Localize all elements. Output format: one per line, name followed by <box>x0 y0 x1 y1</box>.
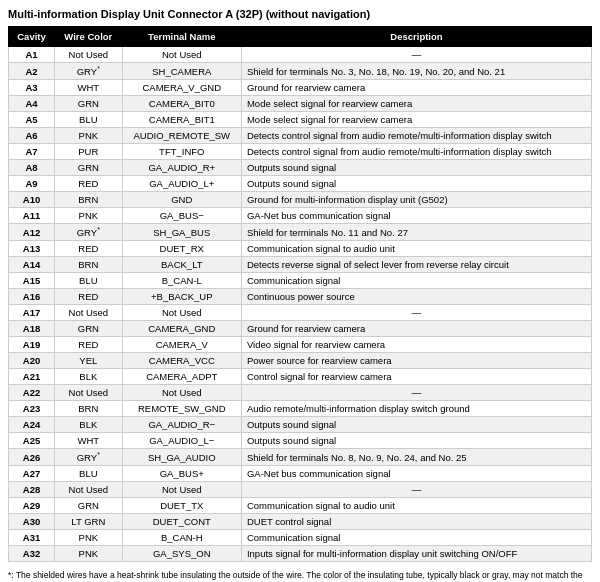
cell-r24-c0: A25 <box>9 433 55 449</box>
cell-r17-c3: Ground for rearview camera <box>241 321 591 337</box>
cell-r14-c3: Communication signal <box>241 273 591 289</box>
cell-r7-c0: A8 <box>9 160 55 176</box>
cell-r21-c2: Not Used <box>122 385 241 401</box>
table-row: A15BLUB_CAN-LCommunication signal <box>9 273 592 289</box>
table-row: A7PURTFT_INFODetects control signal from… <box>9 144 592 160</box>
cell-r22-c3: Audio remote/multi-information display s… <box>241 401 591 417</box>
table-row: A28Not UsedNot Used— <box>9 482 592 498</box>
cell-r29-c2: DUET_CONT <box>122 514 241 530</box>
table-row: A8GRNGA_AUDIO_R+Outputs sound signal <box>9 160 592 176</box>
cell-r15-c3: Continuous power source <box>241 289 591 305</box>
cell-r11-c1: GRY* <box>55 224 123 241</box>
cell-r0-c3: — <box>241 47 591 63</box>
cell-r26-c2: GA_BUS+ <box>122 466 241 482</box>
footnote-text: *: The shielded wires have a heat-shrink… <box>8 570 592 582</box>
cell-r1-c1: GRY* <box>55 63 123 80</box>
cell-r10-c1: PNK <box>55 208 123 224</box>
cell-r23-c2: GA_AUDIO_R− <box>122 417 241 433</box>
cell-r14-c2: B_CAN-L <box>122 273 241 289</box>
cell-r9-c0: A10 <box>9 192 55 208</box>
cell-r13-c0: A14 <box>9 257 55 273</box>
cell-r0-c2: Not Used <box>122 47 241 63</box>
table-row: A31PNKB_CAN-HCommunication signal <box>9 530 592 546</box>
cell-r27-c0: A28 <box>9 482 55 498</box>
cell-r20-c3: Control signal for rearview camera <box>241 369 591 385</box>
cell-r22-c2: REMOTE_SW_GND <box>122 401 241 417</box>
cell-r31-c2: GA_SYS_ON <box>122 546 241 562</box>
cell-r23-c0: A24 <box>9 417 55 433</box>
table-row: A32PNKGA_SYS_ONInputs signal for multi-i… <box>9 546 592 562</box>
cell-r5-c0: A6 <box>9 128 55 144</box>
cell-r8-c0: A9 <box>9 176 55 192</box>
table-row: A9REDGA_AUDIO_L+Outputs sound signal <box>9 176 592 192</box>
cell-r13-c2: BACK_LT <box>122 257 241 273</box>
cell-r2-c1: WHT <box>55 80 123 96</box>
table-row: A12GRY*SH_GA_BUSShield for terminals No.… <box>9 224 592 241</box>
cell-r1-c3: Shield for terminals No. 3, No. 18, No. … <box>241 63 591 80</box>
cell-r26-c0: A27 <box>9 466 55 482</box>
cell-r0-c0: A1 <box>9 47 55 63</box>
page-title: Multi-information Display Unit Connector… <box>8 8 592 20</box>
col-header-wire-color: Wire Color <box>55 27 123 47</box>
table-row: A30LT GRNDUET_CONTDUET control signal <box>9 514 592 530</box>
cell-r29-c3: DUET control signal <box>241 514 591 530</box>
cell-r13-c3: Detects reverse signal of select lever f… <box>241 257 591 273</box>
cell-r19-c0: A20 <box>9 353 55 369</box>
cell-r2-c3: Ground for rearview camera <box>241 80 591 96</box>
table-row: A20YELCAMERA_VCCPower source for rearvie… <box>9 353 592 369</box>
cell-r11-c0: A12 <box>9 224 55 241</box>
cell-r10-c0: A11 <box>9 208 55 224</box>
cell-r4-c0: A5 <box>9 112 55 128</box>
cell-r14-c1: BLU <box>55 273 123 289</box>
cell-r28-c0: A29 <box>9 498 55 514</box>
cell-r23-c1: BLK <box>55 417 123 433</box>
cell-r8-c3: Outputs sound signal <box>241 176 591 192</box>
cell-r4-c1: BLU <box>55 112 123 128</box>
cell-r30-c3: Communication signal <box>241 530 591 546</box>
table-row: A5BLUCAMERA_BIT1Mode select signal for r… <box>9 112 592 128</box>
cell-r8-c2: GA_AUDIO_L+ <box>122 176 241 192</box>
cell-r31-c0: A32 <box>9 546 55 562</box>
cell-r11-c2: SH_GA_BUS <box>122 224 241 241</box>
cell-r22-c1: BRN <box>55 401 123 417</box>
cell-r1-c0: A2 <box>9 63 55 80</box>
table-row: A25WHTGA_AUDIO_L−Outputs sound signal <box>9 433 592 449</box>
cell-r5-c1: PNK <box>55 128 123 144</box>
cell-r25-c1: GRY* <box>55 449 123 466</box>
table-row: A18GRNCAMERA_GNDGround for rearview came… <box>9 321 592 337</box>
cell-r25-c2: SH_GA_AUDIO <box>122 449 241 466</box>
table-row: A29GRNDUET_TXCommunication signal to aud… <box>9 498 592 514</box>
cell-r26-c1: BLU <box>55 466 123 482</box>
cell-r24-c2: GA_AUDIO_L− <box>122 433 241 449</box>
cell-r6-c3: Detects control signal from audio remote… <box>241 144 591 160</box>
cell-r12-c2: DUET_RX <box>122 241 241 257</box>
cell-r5-c2: AUDIO_REMOTE_SW <box>122 128 241 144</box>
cell-r3-c2: CAMERA_BIT0 <box>122 96 241 112</box>
table-row: A3WHTCAMERA_V_GNDGround for rearview cam… <box>9 80 592 96</box>
table-row: A16RED+B_BACK_UPContinuous power source <box>9 289 592 305</box>
cell-r26-c3: GA-Net bus communication signal <box>241 466 591 482</box>
cell-r27-c3: — <box>241 482 591 498</box>
col-header-terminal-name: Terminal Name <box>122 27 241 47</box>
table-row: A22Not UsedNot Used— <box>9 385 592 401</box>
cell-r18-c0: A19 <box>9 337 55 353</box>
cell-r15-c0: A16 <box>9 289 55 305</box>
cell-r25-c0: A26 <box>9 449 55 466</box>
cell-r6-c0: A7 <box>9 144 55 160</box>
cell-r27-c2: Not Used <box>122 482 241 498</box>
table-row: A10BRNGNDGround for multi-information di… <box>9 192 592 208</box>
cell-r17-c1: GRN <box>55 321 123 337</box>
table-row: A21BLKCAMERA_ADPTControl signal for rear… <box>9 369 592 385</box>
table-row: A27BLUGA_BUS+GA-Net bus communication si… <box>9 466 592 482</box>
cell-r12-c3: Communication signal to audio unit <box>241 241 591 257</box>
cell-r3-c0: A4 <box>9 96 55 112</box>
cell-r13-c1: BRN <box>55 257 123 273</box>
cell-r25-c3: Shield for terminals No. 8, No. 9, No. 2… <box>241 449 591 466</box>
cell-r3-c1: GRN <box>55 96 123 112</box>
cell-r30-c2: B_CAN-H <box>122 530 241 546</box>
cell-r10-c2: GA_BUS− <box>122 208 241 224</box>
cell-r20-c2: CAMERA_ADPT <box>122 369 241 385</box>
cell-r7-c3: Outputs sound signal <box>241 160 591 176</box>
cell-r30-c0: A31 <box>9 530 55 546</box>
table-row: A26GRY*SH_GA_AUDIOShield for terminals N… <box>9 449 592 466</box>
